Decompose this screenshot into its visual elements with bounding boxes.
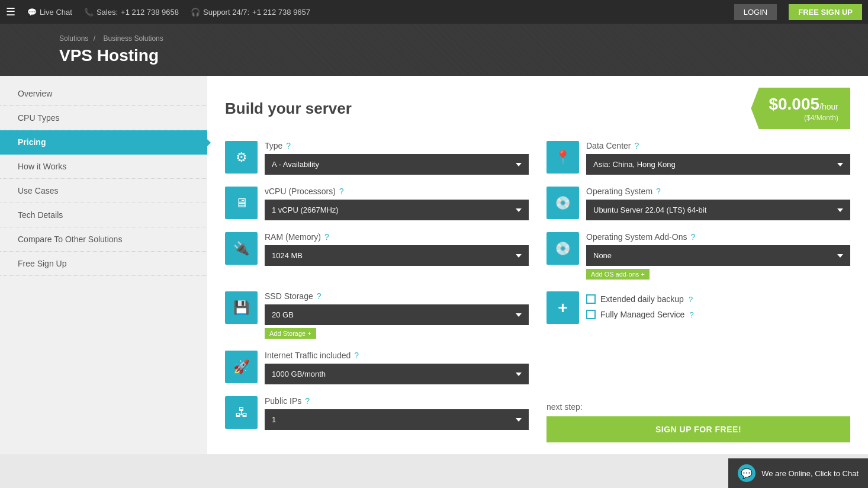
public-ip-help-icon[interactable]: ? xyxy=(305,396,310,406)
build-title: Build your server xyxy=(225,99,751,118)
breadcrumb: Solutions / Business Solutions xyxy=(59,34,856,43)
chat-nav-icon: 💬 xyxy=(27,8,37,17)
public-ip-content: Public IPs ? 1 2 4 xyxy=(265,396,529,430)
traffic-label-row: Internet Traffic included ? xyxy=(265,351,529,360)
next-step-label: next step: xyxy=(546,402,850,412)
os-addons-content: Operating System Add-Ons ? None cPanel P… xyxy=(586,232,850,280)
extended-backup-label: Extended daily backup xyxy=(600,294,684,304)
ram-label: RAM (Memory) xyxy=(265,232,321,242)
os-help-icon[interactable]: ? xyxy=(656,187,661,196)
sidebar-item-free-signup[interactable]: Free Sign Up xyxy=(0,252,207,276)
breadcrumb-current: Business Solutions xyxy=(103,34,163,43)
ram-select[interactable]: 1024 MB 2048 MB 4096 MB xyxy=(265,245,529,266)
ssd-section: 💾 SSD Storage ? 20 GB 40 GB 80 GB Add St… xyxy=(225,291,529,339)
os-addons-label-row: Operating System Add-Ons ? xyxy=(586,232,850,242)
sidebar-item-howitworks-wrapper: How it Works xyxy=(0,155,207,179)
build-server-section: Build your server $0.005/hour ($4/Month)… xyxy=(207,76,868,454)
datacenter-label: Data Center xyxy=(586,141,631,150)
addon-plus-icon: + xyxy=(546,291,579,324)
type-icon: ⚙ xyxy=(225,141,258,174)
vcpu-select[interactable]: 1 vCPU (2667MHz) 2 vCPU (2667MHz) 4 vCPU… xyxy=(265,200,529,220)
os-select[interactable]: Ubuntu Server 22.04 (LTS) 64-bit CentOS … xyxy=(586,200,850,220)
form-grid: ⚙ Type ? A - Availability B - Burstable … xyxy=(225,141,850,442)
add-storage-button[interactable]: Add Storage + xyxy=(265,328,316,339)
datacenter-content: Data Center ? Asia: China, Hong Kong US:… xyxy=(586,141,850,175)
sidebar-item-how-it-works[interactable]: How it Works xyxy=(0,155,207,179)
price-badge: $0.005/hour ($4/Month) xyxy=(751,88,850,129)
extended-backup-help-icon[interactable]: ? xyxy=(689,295,693,304)
sidebar-item-overview[interactable]: Overview xyxy=(0,82,207,106)
support-phone[interactable]: +1 212 738 9657 xyxy=(252,8,310,17)
datacenter-section: 📍 Data Center ? Asia: China, Hong Kong U… xyxy=(546,141,850,175)
addons-content: Extended daily backup ? Fully Managed Se… xyxy=(586,291,850,325)
sidebar-item-pricing[interactable]: Pricing xyxy=(0,130,207,155)
fully-managed-label: Fully Managed Service xyxy=(600,310,684,319)
sales-phone[interactable]: +1 212 738 9658 xyxy=(121,8,179,17)
sidebar-item-use-cases[interactable]: Use Cases xyxy=(0,179,207,203)
vcpu-content: vCPU (Processors) ? 1 vCPU (2667MHz) 2 v… xyxy=(265,187,529,220)
phone-icon: 📞 xyxy=(84,8,94,17)
traffic-section: 🚀 Internet Traffic included ? 1000 GB/mo… xyxy=(225,351,529,384)
os-addons-help-icon[interactable]: ? xyxy=(690,232,695,242)
live-chat-nav[interactable]: 💬 Live Chat xyxy=(27,8,72,17)
hamburger-icon[interactable]: ☰ xyxy=(6,5,15,18)
sales-label: Sales: xyxy=(97,8,118,17)
vcpu-help-icon[interactable]: ? xyxy=(339,187,344,196)
ram-section: 🔌 RAM (Memory) ? 1024 MB 2048 MB 4096 MB xyxy=(225,232,529,280)
datacenter-help-icon[interactable]: ? xyxy=(634,141,639,150)
sidebar-item-overview-wrapper: Overview xyxy=(0,82,207,106)
sidebar-item-freesignup-wrapper: Free Sign Up xyxy=(0,252,207,276)
ram-help-icon[interactable]: ? xyxy=(324,232,329,242)
fully-managed-item: Fully Managed Service ? xyxy=(586,310,850,319)
os-content: Operating System ? Ubuntu Server 22.04 (… xyxy=(586,187,850,220)
extended-backup-item: Extended daily backup ? xyxy=(586,294,850,304)
public-ip-label: Public IPs xyxy=(265,396,301,406)
fully-managed-help-icon[interactable]: ? xyxy=(689,310,693,319)
sidebar-item-cpu-types[interactable]: CPU Types xyxy=(0,106,207,130)
os-addons-label: Operating System Add-Ons xyxy=(586,232,687,242)
add-os-addons-button[interactable]: Add OS add-ons + xyxy=(586,269,650,280)
ssd-help-icon[interactable]: ? xyxy=(317,291,322,301)
sidebar-item-pricing-wrapper: Pricing xyxy=(0,130,207,155)
breadcrumb-solutions[interactable]: Solutions xyxy=(59,34,88,43)
login-button[interactable]: LOGIN xyxy=(734,4,777,20)
os-addons-icon: 💿 xyxy=(546,232,579,265)
build-header: Build your server $0.005/hour ($4/Month) xyxy=(225,88,850,129)
ram-content: RAM (Memory) ? 1024 MB 2048 MB 4096 MB xyxy=(265,232,529,266)
ram-icon: 🔌 xyxy=(225,232,258,265)
public-ip-select[interactable]: 1 2 4 xyxy=(265,409,529,430)
os-addons-select[interactable]: None cPanel Plesk xyxy=(586,245,850,266)
vcpu-icon: 🖥 xyxy=(225,187,258,219)
os-icon: 💿 xyxy=(546,187,579,219)
ssd-label: SSD Storage xyxy=(265,291,313,301)
os-section: 💿 Operating System ? Ubuntu Server 22.04… xyxy=(546,187,850,220)
traffic-help-icon[interactable]: ? xyxy=(354,351,359,360)
fully-managed-checkbox[interactable] xyxy=(586,310,596,319)
price-monthly: ($4/Month) xyxy=(769,114,838,122)
type-help-icon[interactable]: ? xyxy=(286,141,291,150)
extended-backup-checkbox[interactable] xyxy=(586,294,596,304)
ssd-icon: 💾 xyxy=(225,291,258,324)
datacenter-label-row: Data Center ? xyxy=(586,141,850,150)
sidebar-item-compare-wrapper: Compare To Other Solutions xyxy=(0,227,207,252)
signup-free-button[interactable]: SIGN UP FOR FREE! xyxy=(546,416,850,442)
datacenter-select[interactable]: Asia: China, Hong Kong US: New York EU: … xyxy=(586,154,850,175)
sidebar-item-tech-details[interactable]: Tech Details xyxy=(0,203,207,227)
type-select[interactable]: A - Availability B - Burstable C - Compu… xyxy=(265,154,529,175)
os-label: Operating System xyxy=(586,187,652,196)
ssd-select[interactable]: 20 GB 40 GB 80 GB xyxy=(265,304,529,325)
ram-label-row: RAM (Memory) ? xyxy=(265,232,529,242)
traffic-select[interactable]: 1000 GB/month 2000 GB/month Unlimited xyxy=(265,364,529,384)
type-section: ⚙ Type ? A - Availability B - Burstable … xyxy=(225,141,529,175)
os-label-row: Operating System ? xyxy=(586,187,850,196)
sidebar-item-compare[interactable]: Compare To Other Solutions xyxy=(0,227,207,252)
next-step-section: next step: SIGN UP FOR FREE! xyxy=(546,396,850,442)
live-chat-label: Live Chat xyxy=(40,8,72,17)
public-ip-label-row: Public IPs ? xyxy=(265,396,529,406)
signup-button[interactable]: FREE SIGN UP xyxy=(789,4,862,20)
sidebar-item-cpu-wrapper: CPU Types xyxy=(0,106,207,130)
public-ip-icon: 🖧 xyxy=(225,396,258,429)
traffic-icon: 🚀 xyxy=(225,351,258,383)
type-content: Type ? A - Availability B - Burstable C … xyxy=(265,141,529,175)
vcpu-section: 🖥 vCPU (Processors) ? 1 vCPU (2667MHz) 2… xyxy=(225,187,529,220)
